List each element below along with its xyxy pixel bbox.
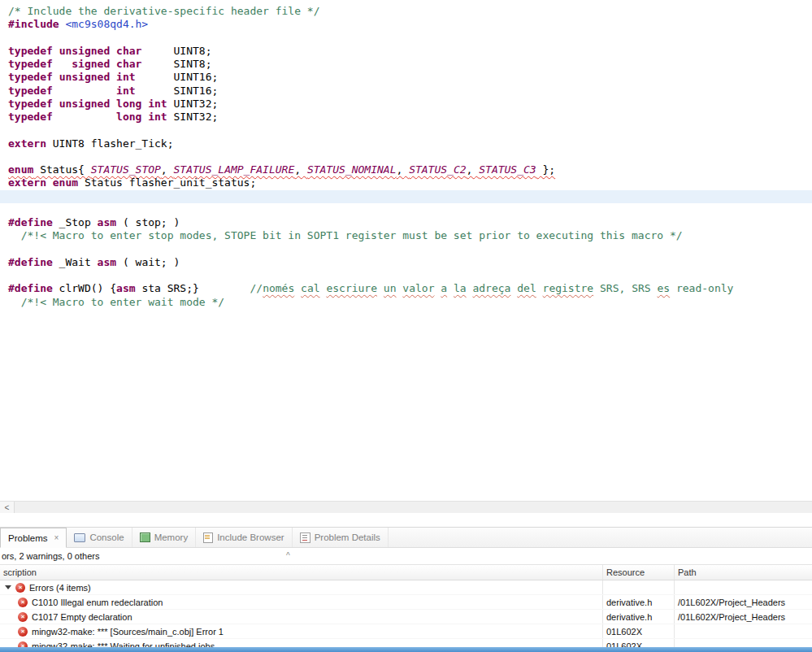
code-line: enum Status{ STATUS_STOP, STATUS_LAMP_FA… bbox=[0, 163, 812, 176]
problem-description: mingw32-make: *** [Sources/main_c.obj] E… bbox=[32, 627, 224, 637]
problem-resource: derivative.h bbox=[602, 610, 674, 624]
problem-description: C1017 Empty declaration bbox=[32, 612, 132, 622]
code-line bbox=[0, 269, 812, 282]
code-line: typedef int SINT16; bbox=[0, 85, 812, 98]
tab-label: Include Browser bbox=[217, 532, 284, 542]
table-group-row[interactable]: × Errors (4 items) bbox=[0, 580, 812, 595]
problem-resource: derivative.h bbox=[602, 595, 674, 609]
problems-summary-bar: ors, 2 warnings, 0 others ^ bbox=[0, 548, 812, 564]
expander-icon[interactable] bbox=[5, 585, 11, 589]
problem-row[interactable]: ×C1010 Illegal enum redeclarationderivat… bbox=[0, 595, 812, 610]
code-line: /* Include the derivative-specific heade… bbox=[0, 5, 812, 18]
tab-label: Memory bbox=[154, 532, 189, 542]
problems-table: scription Resource Path × Errors (4 item… bbox=[0, 564, 812, 652]
column-header-description[interactable]: scription bbox=[0, 565, 602, 580]
tab-memory[interactable]: Memory bbox=[132, 528, 197, 547]
close-icon[interactable]: × bbox=[54, 533, 59, 542]
code-line bbox=[0, 32, 812, 45]
memory-icon bbox=[140, 532, 150, 542]
code-line: typedef unsigned int UINT16; bbox=[0, 71, 812, 84]
code-line: typedef signed char SINT8; bbox=[0, 58, 812, 71]
editor-hscrollbar[interactable]: < bbox=[0, 501, 812, 513]
tab-console[interactable]: Console bbox=[67, 528, 132, 547]
code-line-current bbox=[0, 190, 812, 203]
code-line: #define _Stop asm ( stop; ) bbox=[0, 216, 812, 229]
code-line: typedef unsigned char UINT8; bbox=[0, 45, 812, 58]
tab-problem-details[interactable]: Problem Details bbox=[293, 528, 389, 547]
selected-row-partial[interactable] bbox=[0, 647, 812, 652]
include-browser-icon bbox=[203, 532, 213, 543]
code-area[interactable]: /* Include the derivative-specific heade… bbox=[0, 0, 812, 309]
code-line: extern UINT8 flasher_Tick; bbox=[0, 137, 812, 150]
error-icon: × bbox=[18, 612, 28, 622]
code-editor[interactable]: /* Include the derivative-specific heade… bbox=[0, 0, 812, 501]
column-header-path[interactable]: Path bbox=[674, 565, 812, 580]
error-icon: × bbox=[18, 627, 28, 637]
code-line: extern enum Status flasher_unit_status; bbox=[0, 176, 812, 189]
code-line: typedef long int SINT32; bbox=[0, 111, 812, 124]
code-line: #include <mc9s08qd4.h> bbox=[0, 18, 812, 31]
table-header: scription Resource Path bbox=[0, 564, 812, 580]
bottom-panel: Problems×ConsoleMemoryInclude BrowserPro… bbox=[0, 527, 812, 652]
problems-summary: ors, 2 warnings, 0 others bbox=[2, 551, 99, 561]
panel-tabbar: Problems×ConsoleMemoryInclude BrowserPro… bbox=[0, 527, 812, 548]
group-label: Errors (4 items) bbox=[29, 583, 91, 593]
column-header-resource[interactable]: Resource bbox=[602, 565, 674, 580]
problem-resource: 01L602X bbox=[602, 624, 674, 638]
problem-row[interactable]: ×mingw32-make: *** [Sources/main_c.obj] … bbox=[0, 624, 812, 639]
error-icon: × bbox=[15, 583, 25, 593]
problem-details-icon bbox=[300, 532, 310, 543]
problem-row[interactable]: ×C1017 Empty declarationderivative.h/01L… bbox=[0, 610, 812, 624]
problem-path: /01L602X/Project_Headers bbox=[674, 610, 812, 624]
tab-label: Problem Details bbox=[315, 532, 380, 542]
tab-problems[interactable]: Problems× bbox=[0, 528, 67, 548]
code-line bbox=[0, 203, 812, 216]
problem-path bbox=[674, 624, 812, 638]
scroll-left-button[interactable]: < bbox=[0, 502, 15, 513]
code-line bbox=[0, 243, 812, 256]
problem-path: /01L602X/Project_Headers bbox=[674, 595, 812, 609]
console-icon bbox=[74, 533, 85, 542]
error-icon: × bbox=[18, 598, 28, 607]
problem-rows: ×C1010 Illegal enum redeclarationderivat… bbox=[0, 595, 812, 652]
tab-label: Console bbox=[89, 532, 124, 542]
code-line bbox=[0, 124, 812, 137]
tab-label: Problems bbox=[8, 533, 48, 543]
code-line: #define _Wait asm ( wait; ) bbox=[0, 256, 812, 269]
code-line: /*!< Macro to enter wait mode */ bbox=[0, 296, 812, 309]
code-line: #define clrWD() {asm sta SRS;} //només c… bbox=[0, 282, 812, 295]
code-line: /*!< Macro to enter stop modes, STOPE bi… bbox=[0, 229, 812, 242]
sash-collapse-handle[interactable]: ^ bbox=[286, 553, 290, 559]
code-line bbox=[0, 150, 812, 163]
code-line: typedef unsigned long int UINT32; bbox=[0, 98, 812, 111]
tab-include-browser[interactable]: Include Browser bbox=[196, 528, 292, 547]
problem-description: C1010 Illegal enum redeclaration bbox=[32, 598, 163, 607]
